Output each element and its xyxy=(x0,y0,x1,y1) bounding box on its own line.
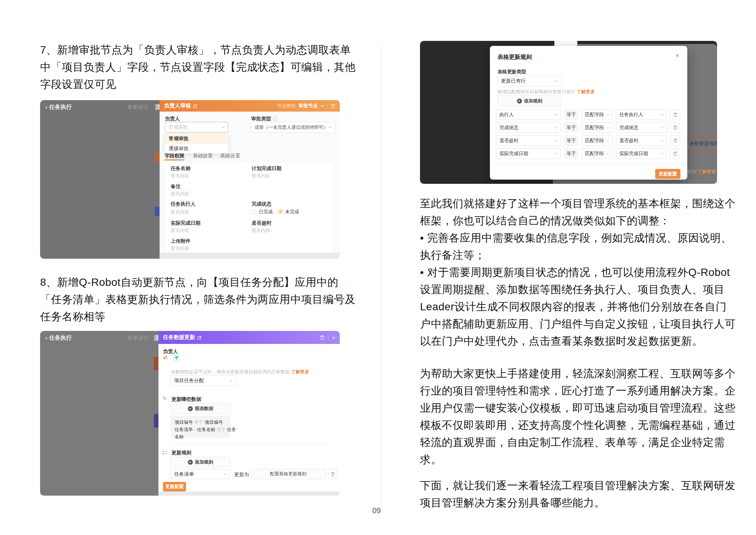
field-value: 暂无内容 xyxy=(171,209,189,216)
body-line: 设置周期提醒、添加数据等围绕任务执行人、项目负责人、项目 xyxy=(420,281,736,298)
update-config-button[interactable]: 更新配置 xyxy=(163,482,186,491)
learn-more-link[interactable]: 了解更多 xyxy=(291,369,309,374)
chevron-down-icon xyxy=(321,105,324,107)
rule-target-select[interactable]: 完成状态 xyxy=(616,122,667,133)
delete-node-icon[interactable] xyxy=(331,104,335,109)
delete-rule-button[interactable] xyxy=(670,148,680,159)
field-label: 是否超时 xyxy=(252,220,271,227)
edit-icon[interactable] xyxy=(197,336,202,340)
column-divider xyxy=(381,42,382,504)
rule-target-select[interactable]: 实际完成日期 xyxy=(616,148,667,159)
approve-type-label: 审批类型 xyxy=(251,116,271,122)
body-line: Leader设计生成不同权限内容的报表，并将他们分别放在各自门 xyxy=(420,298,736,315)
add-rule-button[interactable]: +添加规则 xyxy=(498,96,562,106)
delete-rule-button[interactable] xyxy=(670,109,680,120)
body-line: 为帮助大家更快上手搭建使用，轻流深刻洞察工程、互联网等多个 xyxy=(420,365,736,382)
rule-operator: 等于 xyxy=(564,109,578,120)
panel-header: 任务数据更新 × xyxy=(158,331,340,344)
body-line: 求。 xyxy=(420,451,736,468)
paragraph-8: 8、新增Q-Robot自动更新节点，向【项目任务分配】应用中的 「任务清单」表格… xyxy=(40,274,356,325)
rule-match-select[interactable]: 匹配字段 xyxy=(582,148,613,159)
chevron-down-icon xyxy=(660,139,664,142)
panel-title: 负责人审核 xyxy=(164,102,191,109)
close-icon[interactable]: × xyxy=(675,52,679,60)
filter-data-button[interactable]: +筛选数据 xyxy=(171,404,230,413)
edit-icon[interactable] xyxy=(193,104,197,108)
table-update-rules-modal: 表格更新规则 × 表格更新类型 更新已有行 根据匹配规则在目标表格内更新已有行 … xyxy=(490,46,687,180)
learn-more-link[interactable]: 了解更多 xyxy=(577,89,595,94)
rule-field-select[interactable]: 实际完成日期 xyxy=(496,148,561,159)
delete-rule-button[interactable] xyxy=(670,122,680,133)
tab-basic-settings[interactable]: 基础设置 xyxy=(193,152,213,159)
rule-operator: 等于 xyxy=(564,148,578,159)
divider xyxy=(327,103,328,109)
chevron-down-icon xyxy=(223,473,227,475)
panel-header: 负责人审核 节点类型 审批节点 xyxy=(160,100,340,112)
panel-footer xyxy=(158,491,340,496)
owner-select[interactable]: 常规审批 xyxy=(165,122,228,133)
body-line: 框架，你也可以结合自己的情况做类似如下的调整： xyxy=(420,212,736,229)
target-app-select[interactable]: 项目任务分配 xyxy=(171,375,236,386)
flow-node-sliver-blue xyxy=(154,414,158,428)
chevron-down-icon xyxy=(606,114,609,116)
chevron-down-icon xyxy=(221,126,225,128)
paragraph-7: 7、新增审批节点为「负责人审核」，节点负责人为动态调取表单 中「项目负责人」字段… xyxy=(40,41,356,93)
body-line: 模板不仅即装即用，还支持高度个性化调整，无需编程基础，通过 xyxy=(420,417,736,434)
refresh-icon: ↻ xyxy=(163,395,167,401)
learn-more-link[interactable]: 了解更多 xyxy=(698,169,716,174)
owner-dropdown: 常规审批 逐级审批 xyxy=(165,134,228,154)
body-line: 户中搭配辅助更新应用、门户组件与自定义按钮，让项目执行人可 xyxy=(420,315,736,332)
flow-node-sliver-blue xyxy=(155,207,160,216)
rule-callout-highlight: 表格更新规则 xyxy=(687,136,717,152)
body-line: 至此我们就搭建好了这样一个项目管理系统的基本框架，围绕这个 xyxy=(420,195,736,212)
rule-target-select[interactable]: 是否超时 xyxy=(616,135,667,146)
send-robot-icon[interactable] xyxy=(173,354,180,361)
paragraph-7-line: 字段设置仅可见 xyxy=(40,76,356,93)
rule-match-select[interactable]: 匹配字段 xyxy=(582,109,613,120)
chevron-down-icon xyxy=(554,152,557,155)
delete-rule-button[interactable] xyxy=(670,135,680,146)
chevron-down-icon xyxy=(229,379,233,382)
tab-form-design[interactable]: 表单设计 xyxy=(127,335,149,342)
rule-match-select[interactable]: 匹配字段 xyxy=(582,135,613,146)
radio-not-completed[interactable] xyxy=(278,209,283,214)
rule-target-select[interactable]: 任务执行人 xyxy=(616,109,667,120)
modal-title: 表格更新规则 xyxy=(498,54,532,61)
back-chevron-icon[interactable]: ‹ xyxy=(45,334,47,341)
tab-form-design[interactable]: 表单设计 xyxy=(127,104,149,111)
add-rule-button[interactable]: +添加规则 xyxy=(171,457,230,467)
update-type-select[interactable]: 更新已有行 xyxy=(498,76,562,86)
plus-icon: + xyxy=(188,406,193,411)
back-chevron-icon[interactable]: ‹ xyxy=(45,104,47,110)
rule-table-select[interactable]: 任务清单 xyxy=(171,469,230,479)
radio-completed[interactable] xyxy=(252,209,257,214)
update-config-button[interactable]: 更新配置 xyxy=(655,169,680,179)
configure-table-rule-button[interactable]: 配置表格更新规则 xyxy=(251,469,326,479)
chevron-down-icon xyxy=(328,126,332,128)
field-label: 上传附件 xyxy=(171,238,191,245)
tab-advanced-settings[interactable]: 高级设置 xyxy=(220,152,240,159)
panel-footer xyxy=(160,253,340,259)
tab-field-permission[interactable]: 字段权限 xyxy=(165,152,184,159)
cond-operator: 等于 xyxy=(216,427,226,432)
info-icon: ? xyxy=(273,116,278,122)
close-icon[interactable]: × xyxy=(332,334,335,341)
chevron-down-icon xyxy=(606,140,609,142)
approve-type-select[interactable]: 或签（一名负责人通过或拒绝即可） xyxy=(251,122,335,133)
rule-match-select[interactable]: 匹配字段 xyxy=(582,122,613,133)
chevron-down-icon xyxy=(554,126,557,129)
rule-field-select[interactable]: 是否超时 xyxy=(496,135,561,146)
rules-list-icon xyxy=(162,450,168,455)
cond-value: 项目编号 xyxy=(205,420,223,425)
body-line: 下面，就让我们逐一来看轻流工程项目管理解决方案、互联网研发 xyxy=(420,477,736,494)
plus-icon: + xyxy=(188,460,193,465)
paragraph-8-line: 「任务清单」表格更新执行情况，筛选条件为两应用中项目编号及 xyxy=(40,291,356,308)
swap-icon[interactable]: ⇄ xyxy=(163,354,168,360)
rule-field-select[interactable]: 执行人 xyxy=(496,109,561,120)
delete-node-icon[interactable] xyxy=(320,335,325,340)
delete-rule-button[interactable] xyxy=(328,469,337,479)
dropdown-option-regular[interactable]: 常规审批 xyxy=(165,134,228,144)
panel-title: 任务数据更新 xyxy=(163,334,195,341)
node-type-select[interactable]: 审批节点 xyxy=(299,103,318,109)
rule-field-select[interactable]: 完成状态 xyxy=(496,122,561,133)
